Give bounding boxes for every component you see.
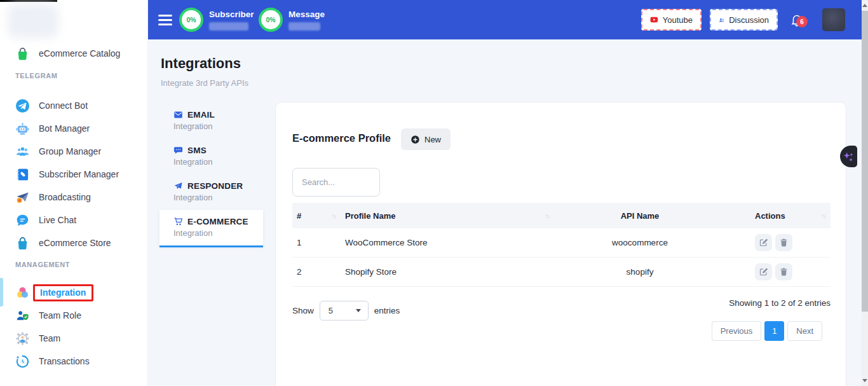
- cell-index: 2: [292, 267, 341, 277]
- page-size-select[interactable]: 5: [320, 301, 369, 321]
- edit-pencil-icon: [759, 267, 768, 277]
- broadcast-plane-icon: [15, 190, 30, 205]
- tab-sms-integration[interactable]: SMS Integration: [159, 139, 263, 174]
- sidebar-item-label: Subscriber Manager: [39, 169, 119, 179]
- person-shield-icon: [15, 308, 30, 323]
- edit-button[interactable]: [755, 234, 772, 251]
- telegram-icon: [15, 99, 30, 113]
- cell-profile-name: WooCommerce Store: [341, 238, 554, 247]
- ecommerce-profile-panel: E-commerce Profile New # ↑↓ Profile Name…: [275, 102, 846, 386]
- sidebar-item-broadcasting[interactable]: Broadcasting: [0, 186, 147, 209]
- sidebar-item-subscriber-manager[interactable]: Subscriber Manager: [0, 163, 147, 186]
- column-header-actions[interactable]: Actions ↑↓: [726, 211, 831, 221]
- column-header-api-name[interactable]: API Name: [554, 211, 726, 221]
- sidebar-item-integration[interactable]: Integration: [0, 281, 147, 304]
- cell-api-name: woocommerce: [554, 238, 726, 247]
- cell-actions: [726, 234, 831, 251]
- tab-title: SMS: [187, 146, 207, 155]
- cell-api-name: shopify: [554, 267, 726, 277]
- discussion-button[interactable]: Discussion: [710, 9, 778, 31]
- app-window: eCommerce Catalog TELEGRAM Connect Bot B…: [0, 0, 868, 386]
- scroll-up-arrow[interactable]: [862, 4, 867, 7]
- trash-icon: [779, 267, 789, 277]
- edit-pencil-icon: [759, 238, 768, 247]
- plus-circle-icon: [410, 135, 420, 144]
- tab-title: RESPONDER: [187, 181, 243, 191]
- shopping-bag-blue-icon: [15, 236, 30, 251]
- shopping-cart-icon: [173, 217, 183, 226]
- history-clock-icon: [15, 354, 30, 369]
- scroll-down-arrow[interactable]: [862, 379, 867, 382]
- chat-bubble-icon: [15, 213, 30, 228]
- youtube-button[interactable]: Youtube: [641, 9, 702, 31]
- profiles-table: # ↑↓ Profile Name ↑↓ API Name Actions ↑↓: [292, 203, 831, 287]
- sidebar-item-label: eCommerce Catalog: [39, 48, 120, 59]
- chevron-down-icon: [356, 309, 361, 312]
- pagination-previous-button[interactable]: Previous: [712, 321, 762, 341]
- delete-button[interactable]: [775, 263, 792, 280]
- subscriber-stat-label: Subscriber: [209, 10, 254, 19]
- sort-icon[interactable]: ↑↓: [545, 212, 550, 219]
- tab-subtitle: Integration: [173, 121, 263, 131]
- sidebar-item-team-role[interactable]: Team Role: [0, 304, 147, 327]
- sort-icon[interactable]: ↑↓: [332, 212, 336, 219]
- scrollbar-thumb[interactable]: [862, 11, 868, 312]
- sidebar-item-ecommerce-catalog[interactable]: eCommerce Catalog: [0, 42, 147, 65]
- page-title: Integrations: [161, 55, 241, 72]
- delete-button[interactable]: [775, 234, 792, 251]
- youtube-button-label: Youtube: [663, 15, 693, 25]
- youtube-icon: [650, 15, 658, 24]
- sidebar-item-live-chat[interactable]: Live Chat: [0, 209, 147, 231]
- tab-subtitle: Integration: [173, 193, 263, 202]
- tab-subtitle: Integration: [173, 228, 263, 238]
- contact-book-icon: [15, 167, 30, 182]
- notification-count-badge: 6: [796, 16, 808, 27]
- search-input[interactable]: [292, 168, 380, 196]
- column-header-profile-name[interactable]: Profile Name ↑↓: [341, 211, 554, 221]
- page-size-value: 5: [329, 306, 333, 315]
- tab-title: EMAIL: [187, 110, 215, 120]
- panel-heading: E-commerce Profile: [292, 132, 391, 144]
- sidebar-item-bot-manager[interactable]: Bot Manager: [0, 117, 147, 140]
- pagination: Previous 1 Next: [712, 321, 822, 341]
- people-icon: [719, 15, 724, 25]
- showing-entries-text: Showing 1 to 2 of 2 entries: [729, 298, 831, 308]
- subscriber-stat: 0% Subscriber: [179, 8, 254, 32]
- sidebar-item-connect-bot[interactable]: Connect Bot: [0, 94, 147, 117]
- sidebar-item-ecommerce-store[interactable]: eCommerce Store: [0, 231, 147, 254]
- column-header-index[interactable]: # ↑↓: [292, 211, 341, 221]
- cell-profile-name: Shopify Store: [341, 267, 554, 277]
- ai-assistant-fab[interactable]: [840, 146, 857, 167]
- sidebar-item-group-manager[interactable]: Group Manager: [0, 140, 147, 163]
- sidebar: eCommerce Catalog TELEGRAM Connect Bot B…: [0, 0, 148, 386]
- redacted-text: [288, 22, 320, 31]
- discussion-button-label: Discussion: [729, 15, 769, 25]
- avatar[interactable]: [822, 8, 845, 31]
- sidebar-item-team[interactable]: Team: [0, 327, 147, 350]
- robot-icon: [15, 121, 30, 136]
- page-subtitle: Integrate 3rd Party APIs: [161, 78, 248, 88]
- vertical-scrollbar[interactable]: [862, 0, 868, 386]
- edit-button[interactable]: [755, 263, 772, 280]
- entries-label: entries: [374, 306, 400, 315]
- pagination-next-button[interactable]: Next: [787, 321, 822, 341]
- subscriber-progress-ring: 0%: [179, 8, 203, 32]
- gear-person-icon: [15, 331, 30, 346]
- sidebar-section-management: MANAGEMENT: [15, 261, 70, 268]
- sidebar-item-label: Bot Manager: [39, 123, 90, 134]
- pagination-page-1-button[interactable]: 1: [764, 321, 784, 341]
- hamburger-menu-icon[interactable]: [158, 15, 172, 25]
- tab-ecommerce-integration[interactable]: E-COMMERCE Integration: [159, 210, 263, 247]
- app-logo: [8, 4, 58, 38]
- sidebar-item-transactions[interactable]: Transactions: [0, 350, 147, 373]
- trash-icon: [779, 238, 789, 247]
- sort-icon[interactable]: ↑↓: [822, 212, 826, 219]
- tab-responder-integration[interactable]: RESPONDER Integration: [159, 174, 263, 210]
- new-profile-button[interactable]: New: [401, 128, 451, 150]
- notifications-bell[interactable]: 6: [790, 12, 809, 30]
- tab-email-integration[interactable]: EMAIL Integration: [159, 103, 263, 139]
- tab-subtitle: Integration: [173, 157, 263, 167]
- sidebar-item-label: Transactions: [39, 356, 90, 366]
- sms-bubble-icon: [173, 146, 183, 155]
- main-content: Integrations Integrate 3rd Party APIs EM…: [148, 39, 862, 386]
